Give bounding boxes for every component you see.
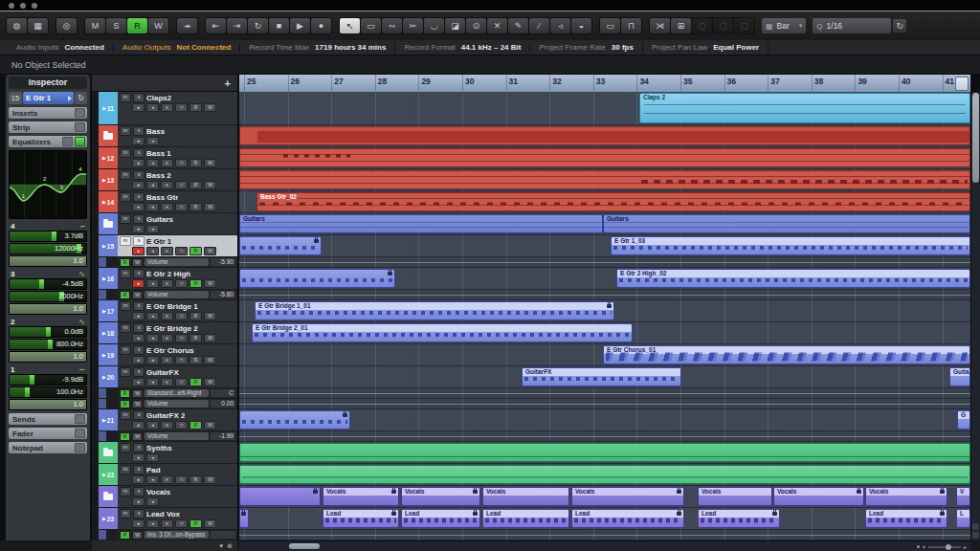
window-close-button[interactable] [9,3,14,9]
window-minimize-button[interactable] [20,3,26,9]
track-row-automation-standard-eft-right[interactable]: RWStandard...eft-RightC [92,388,237,399]
read-automation-button[interactable]: R [120,531,130,540]
arrange-lane-automation-standard-eft-right[interactable] [239,388,970,399]
range-selection-tool-button[interactable]: ▭ [361,18,381,33]
vertical-zoom-controls[interactable] [972,523,979,539]
inspector-section-inserts[interactable]: Inserts [9,107,87,119]
grid-option-a-button[interactable]: ◻ [692,18,712,33]
autoscroll-settings-button[interactable]: ▭ [600,18,620,33]
arrange-lane-e-gtr-chorus[interactable]: E Gtr Chorus_01 [239,344,970,366]
solo-button[interactable]: s [133,301,145,311]
record-enable-button[interactable]: ● [132,421,145,430]
folder-part-v[interactable]: V [956,487,970,506]
write-automation-button[interactable]: W [132,400,143,408]
monitor-button[interactable]: ◂ [146,181,159,189]
monitor-button[interactable]: ◂ [146,334,159,342]
solo-button[interactable]: s [133,509,145,518]
mute-button[interactable]: m [120,148,131,158]
eq-gain-slider[interactable]: 0.0dB [9,326,87,338]
audio-event-lead[interactable]: Lead [401,509,480,528]
horizontal-zoom-controls[interactable]: ▾ ▸ [917,543,967,550]
erase-tool-button[interactable]: ◪ [445,18,465,33]
write-automation-button[interactable]: W [132,291,143,299]
arrange-lane-bass-gtr[interactable]: Bass Gtr_02 [239,191,970,213]
monitor-button[interactable]: ◂ [146,159,159,167]
zoom-menu-icon[interactable]: ▾ [923,543,925,550]
write-automation-button[interactable]: W [132,389,143,398]
inspector-section-strip[interactable]: Strip [9,121,87,133]
activate-project-button[interactable]: ◍ [7,18,27,33]
solo-button[interactable]: s [133,269,145,278]
audio-event-g[interactable]: G [957,410,970,430]
solo-button[interactable]: s [133,126,145,136]
audio-event-e-gtr-1-03[interactable]: E Gtr 1_03 [611,236,970,255]
read-automation-button[interactable]: R [189,247,202,255]
track-color-tab[interactable] [99,442,118,463]
track-row-bass-2[interactable]: ▶13msBass 2●◂e⊃RW [92,169,237,191]
edit-channel-button[interactable]: e [161,356,173,364]
track-row-automation-volume[interactable]: RWVolume-5.80 [92,290,237,300]
horizontal-scrollbar-thumb[interactable] [289,543,320,549]
write-automation-button[interactable]: W [132,531,143,540]
monitor-button[interactable]: ◂ [146,378,159,386]
write-automation-button[interactable]: W [204,103,216,112]
eq-q-slider[interactable]: 1.0 [9,399,87,410]
inserts-bypass-button[interactable]: ⊃ [175,334,188,342]
inspector-section-fader[interactable]: Fader [9,428,87,439]
audio-event-l[interactable]: L [956,509,970,528]
status-audio-inputs[interactable]: Audio InputsConnected [8,43,114,53]
audio-event-lead[interactable]: Lead [482,509,569,528]
track-row-e-gtr-1[interactable]: ▶15msE Gtr 1●◂e⊃RW [92,235,237,257]
read-automation-button[interactable]: R [189,519,202,528]
track-color-tab[interactable] [99,290,118,299]
inserts-bypass-button[interactable]: ⊃ [175,181,188,189]
folder-part-vocals[interactable]: Vocals [865,487,947,506]
track-color-tab[interactable]: ▶13 [99,169,118,190]
track-color-tab[interactable] [99,431,118,441]
solo-button[interactable]: s [133,465,145,474]
track-row-lead-vox[interactable]: ▶23msLead Vox●◂e⊃RW [92,508,237,530]
arrange-lane-automation-volume[interactable] [239,290,970,300]
record-enable-button[interactable]: ● [132,279,145,288]
constrain-delay-compensation-button[interactable]: ◎ [56,18,77,33]
record-enable-button[interactable]: ● [132,137,145,145]
slider-handle[interactable] [30,375,34,385]
zoom-in-icon[interactable]: ▸ [964,543,967,550]
inserts-bypass-button[interactable]: ⊃ [175,279,188,288]
eq-curve-type-icon[interactable]: ∿ [78,318,85,326]
glue-tool-button[interactable]: ◡ [424,18,444,33]
write-automation-button[interactable]: W [204,334,216,342]
track-color-tab[interactable] [99,399,118,408]
audio-event-guitarfx[interactable]: GuitarFX [522,367,681,386]
inserts-bypass-button[interactable]: ⊃ [175,519,188,528]
mute-all-button[interactable]: M [85,18,105,33]
inserts-bypass-button[interactable]: ⊃ [175,247,188,255]
folder-part[interactable] [239,487,321,506]
record-button[interactable]: ● [311,18,331,33]
audio-event[interactable] [239,465,970,484]
arrange-lane-automation-ins-3-dt-on-bypass[interactable] [239,530,970,540]
track-row-e-gtr-bridge-1[interactable]: ▶17msE Gtr Bridge 1●◂e⊃RW [92,300,237,322]
iterative-quantize-button[interactable]: ↻ [893,19,906,33]
zoom-tool-button[interactable]: ⊙ [466,18,486,33]
track-color-tab[interactable]: ▶19 [99,344,118,365]
track-preset-icon[interactable]: ↻ [75,92,87,104]
mute-button[interactable]: m [120,269,131,278]
mute-button[interactable]: m [120,443,131,452]
edit-channel-button[interactable]: e [161,378,173,386]
snap-type-button[interactable]: ⊞ [671,18,691,33]
monitor-button[interactable]: ◂ [146,475,159,484]
track-scale-dropdown-icon[interactable]: ▾ [220,542,224,550]
track-color-tab[interactable]: ▶22 [99,464,118,485]
track-row-automation-ins-3-dt-on-bypass[interactable]: RWIns. 3 Dt...on-Bypass [92,530,237,540]
mute-button[interactable]: m [120,236,131,246]
arrange-lane-vocals[interactable]: VocalsVocalsVocalsVocalsVocalsVocalsVoca… [239,486,970,508]
automation-parameter[interactable]: Volume [145,400,209,408]
edit-channel-button[interactable]: e [161,519,173,528]
snap-on-off-button[interactable]: ⋊ [650,18,670,33]
read-automation-button[interactable]: R [189,356,202,364]
audio-event-e-gtr-chorus-01[interactable]: E Gtr Chorus_01 [603,345,970,364]
track-color-tab[interactable]: ▶21 [99,409,118,430]
edit-channel-button[interactable]: e [161,159,173,167]
arrange-lane-bass-2[interactable] [239,169,970,191]
